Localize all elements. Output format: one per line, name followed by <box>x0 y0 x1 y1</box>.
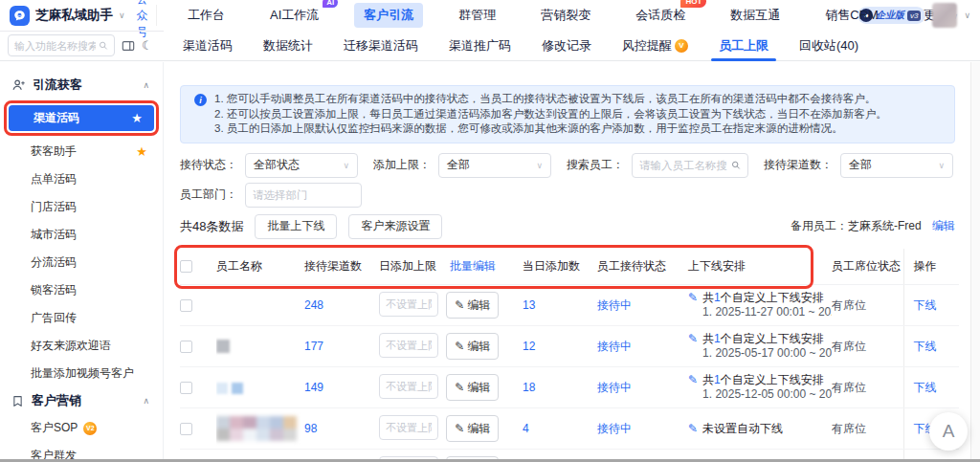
nav-item-ai-workflow[interactable]: AI工作流AI <box>260 3 328 28</box>
daily-limit-input[interactable] <box>379 333 438 358</box>
pencil-icon[interactable]: ✎ <box>688 332 698 346</box>
schedule-cell: ✎ 共1个自定义上下线安排 1. 2025-05-17 00:00 ~ 2025… <box>688 332 832 361</box>
add-limit-select[interactable]: 全部∨ <box>438 153 551 178</box>
table-row: 177 ✎编辑 12 接待中 ✎ 共1个自定义上下线安排 1. 2025-05-… <box>180 326 959 367</box>
department-select-box[interactable] <box>245 183 362 208</box>
divider <box>0 31 164 32</box>
notice-banner: i 1. 您可以手动调整员工在所有渠道活码中的接待状态，当员工的接待状态被设置为… <box>180 85 955 143</box>
today-added-link[interactable]: 4 <box>523 422 529 435</box>
brand-area[interactable]: 芝麻私域助手 ∨ 公众号 <box>0 0 156 40</box>
nav-item-workbench[interactable]: 工作台 <box>178 3 234 28</box>
star-icon[interactable]: ★ <box>136 144 147 159</box>
staff-name-cell <box>216 450 304 460</box>
sidebar-item-friend-source-welcome[interactable]: 好友来源欢迎语 <box>0 332 163 360</box>
row-checkbox[interactable] <box>180 341 192 353</box>
left-sidebar: 引流获客 ∧ 渠道活码 ★ 获客助手★ 点单活码 门店活码 城市活码 分流活码 … <box>0 62 164 459</box>
offline-action-link[interactable]: 下线 <box>914 340 937 353</box>
channel-count-link[interactable]: 98 <box>304 422 317 435</box>
nav-item-chat-inspection[interactable]: 会话质检HOT <box>626 3 695 28</box>
offline-action-link[interactable]: 下线 <box>914 298 937 312</box>
tab-change-log[interactable]: 修改记录 <box>542 31 591 60</box>
sop-version-badge: V2 <box>83 422 97 435</box>
notice-line: 2. 还可以按员工设置添加上限，每日员工通过渠道活码添加客户数达到设置的上限后，… <box>214 107 887 122</box>
department-input[interactable] <box>253 189 354 201</box>
nav-item-customer-acquisition[interactable]: 客户引流 <box>354 3 423 28</box>
pencil-icon[interactable]: ✎ <box>688 291 698 305</box>
col-reception-status: 员工接待状态 <box>597 249 688 285</box>
sidebar-item-lock-customer-code[interactable]: 锁客活码 <box>0 276 163 304</box>
today-added-link[interactable]: 12 <box>523 340 535 353</box>
col-daily-limit: 日添加上限批量编辑 <box>379 249 523 285</box>
tab-channel-code[interactable]: 渠道活码 <box>183 31 233 60</box>
staff-search-box[interactable] <box>632 153 748 178</box>
daily-limit-input[interactable] <box>379 415 438 440</box>
dark-mode-moon-icon[interactable]: ☾ <box>142 39 153 52</box>
nav-item-group-management[interactable]: 群管理 <box>449 3 505 28</box>
nav-item-data-exchange[interactable]: 数据互通 <box>721 3 790 28</box>
channel-count-link[interactable]: 248 <box>304 298 323 312</box>
schedule-cell: ✎ 未设置自动下线 <box>688 422 832 436</box>
nav-item-sales-crm[interactable]: 销售CRM <box>815 3 888 28</box>
reception-status-value: 接待中 <box>597 381 632 394</box>
edit-limit-button[interactable]: ✎编辑 <box>446 333 499 360</box>
reception-status-value: 接待中 <box>597 340 632 353</box>
reception-status-select[interactable]: 全部状态∨ <box>245 153 358 178</box>
sidebar-item-batch-add-video-customers[interactable]: 批量添加视频号客户 <box>0 360 163 387</box>
staff-search-input[interactable] <box>639 160 727 171</box>
daily-limit-input[interactable] <box>379 374 438 399</box>
edit-limit-button[interactable]: ✎编辑 <box>446 415 499 442</box>
tab-channel-promo-code[interactable]: 渠道推广码 <box>449 31 511 60</box>
nav-item-marketing-fission[interactable]: 营销裂变 <box>531 3 600 28</box>
tab-staff-limit[interactable]: 员工上限 <box>719 31 768 60</box>
chevron-up-icon: ∧ <box>143 80 149 90</box>
main-content: i 1. 您可以手动调整员工在所有渠道活码中的接待状态，当员工的接待状态被设置为… <box>165 62 970 459</box>
sidebar-item-customer-sop[interactable]: 客户SOPV2 <box>0 414 163 442</box>
edit-limit-button[interactable]: ✎编辑 <box>446 292 499 319</box>
filter-add-limit: 添加上限： 全部∨ <box>373 153 551 178</box>
customer-source-setting-button[interactable]: 客户来源设置 <box>348 214 442 239</box>
tab-risk-alert[interactable]: 风控提醒V <box>622 31 688 60</box>
row-checkbox[interactable] <box>180 382 192 394</box>
public-account-link[interactable]: 公众号 <box>137 0 156 40</box>
sidebar-item-channel-code[interactable]: 渠道活码 ★ <box>9 105 154 131</box>
tab-data-statistics[interactable]: 数据统计 <box>263 31 313 60</box>
batch-edit-link[interactable]: 批量编辑 <box>450 259 496 273</box>
daily-limit-input[interactable] <box>379 292 438 317</box>
row-checkbox[interactable] <box>180 299 192 312</box>
sidebar-section-acquisition[interactable]: 引流获客 ∧ <box>0 72 163 99</box>
select-all-checkbox[interactable] <box>180 260 192 273</box>
sidebar-item-city-code[interactable]: 城市活码 <box>0 221 163 249</box>
pencil-icon[interactable]: ✎ <box>688 373 698 387</box>
edit-limit-button[interactable]: ✎编辑 <box>446 374 499 401</box>
sidebar-item-ad-callback[interactable]: 广告回传 <box>0 304 163 332</box>
pencil-icon: ✎ <box>455 422 464 435</box>
sidebar-item-order-code[interactable]: 点单活码 <box>0 165 163 193</box>
avatar[interactable] <box>932 3 957 28</box>
today-added-link[interactable]: 13 <box>523 298 535 312</box>
channel-count-select[interactable]: 全部∨ <box>840 153 953 178</box>
tab-recycle-bin[interactable]: 回收站(40) <box>799 31 858 60</box>
panel-collapse-icon[interactable] <box>122 39 135 53</box>
sidebar-section-customer-marketing[interactable]: 客户营销 ∧ <box>0 387 163 414</box>
seat-status-value: 有席位 <box>832 298 866 312</box>
offline-action-link[interactable]: 下线 <box>914 381 937 394</box>
seat-status-value: 有席位 <box>832 340 866 353</box>
sidebar-item-split-code[interactable]: 分流活码 <box>0 249 163 276</box>
sidebar-item-acquisition-helper[interactable]: 获客助手★ <box>0 138 163 165</box>
pencil-icon[interactable]: ✎ <box>688 422 698 436</box>
tab-migrate-channel-code[interactable]: 迁移渠道活码 <box>344 31 418 60</box>
today-added-link[interactable]: 18 <box>523 381 535 394</box>
channel-count-link[interactable]: 177 <box>304 340 323 353</box>
star-icon[interactable]: ★ <box>131 111 143 125</box>
vertical-scrollbar[interactable] <box>970 62 980 459</box>
floating-assistant-button[interactable]: A <box>929 412 968 451</box>
sidebar-item-store-code[interactable]: 门店活码 <box>0 193 163 221</box>
staff-name-cell <box>216 326 304 367</box>
staff-table: 员工名称 接待渠道数 日添加上限批量编辑 当日添加数 员工接待状态 上下线安排 … <box>180 249 959 460</box>
backup-edit-link[interactable]: 编辑 <box>932 219 955 232</box>
row-checkbox[interactable] <box>180 423 192 435</box>
batch-online-offline-button[interactable]: 批量上下线 <box>255 214 337 239</box>
function-search-input[interactable] <box>14 40 96 52</box>
sidebar-item-customer-mass-send[interactable]: 客户群发 <box>0 442 163 459</box>
channel-count-link[interactable]: 149 <box>304 381 323 394</box>
